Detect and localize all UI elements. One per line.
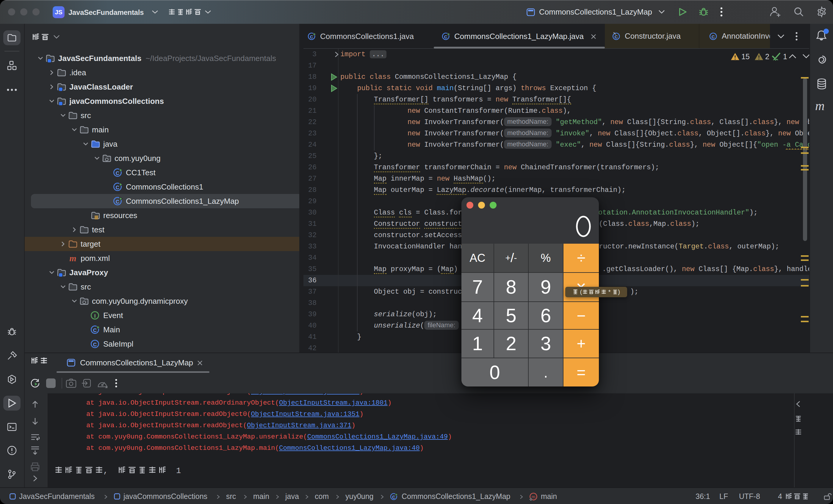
svg-text:m: m [69, 253, 76, 263]
svg-text:I: I [94, 313, 96, 319]
